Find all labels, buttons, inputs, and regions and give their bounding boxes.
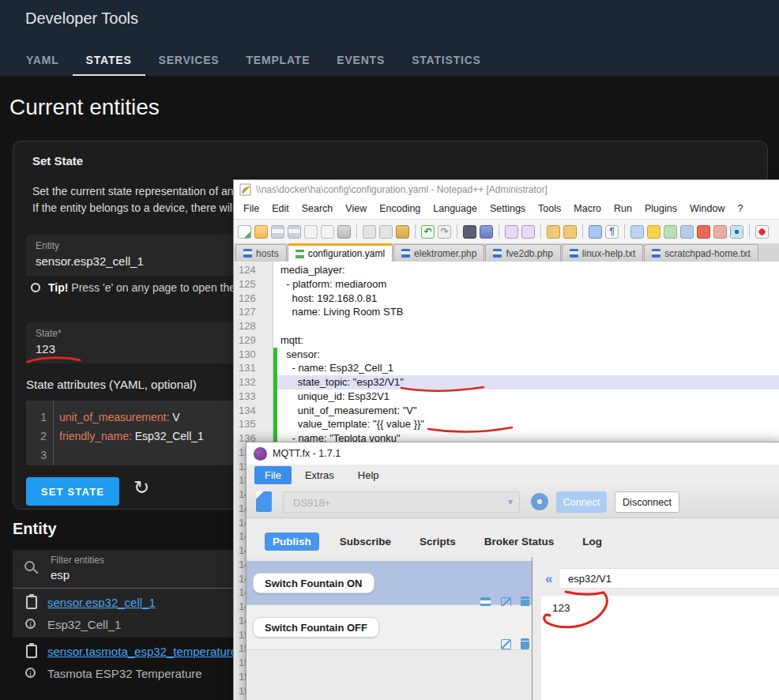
- publish-presets-panel: Switch Fountain ON Switch Fountain OFF: [246, 557, 533, 700]
- mqttfx-tab-broker-status[interactable]: Broker Status: [476, 533, 563, 551]
- line-text: media_player:: [277, 263, 345, 277]
- mqttfx-tab-log[interactable]: Log: [574, 533, 610, 551]
- trash-icon[interactable]: [521, 638, 529, 649]
- close-icon[interactable]: [304, 225, 318, 239]
- editor-line: 126 host: 192.168.0.81: [234, 292, 779, 306]
- menu-macro[interactable]: Macro: [567, 199, 608, 219]
- open-file-icon[interactable]: [254, 225, 268, 239]
- edit-marker-icon[interactable]: [697, 225, 710, 239]
- copy-entity-id-icon[interactable]: [26, 596, 37, 609]
- mqttfx-tab-publish[interactable]: Publish: [265, 533, 319, 551]
- publish-preset-row[interactable]: Switch Fountain ON: [246, 561, 532, 605]
- info-icon[interactable]: [25, 668, 36, 678]
- payload-textarea[interactable]: 123: [541, 596, 779, 700]
- mqttfx-tab-subscribe[interactable]: Subscribe: [332, 533, 399, 551]
- mqttfx-menu-help[interactable]: Help: [348, 466, 390, 484]
- new-profile-icon[interactable]: [256, 491, 272, 512]
- file-tab-fve2db.php[interactable]: fve2db.php: [485, 244, 560, 262]
- entity-id-link[interactable]: sensor.esp32_cell_1: [47, 596, 156, 609]
- info-icon[interactable]: [25, 619, 36, 629]
- profile-select[interactable]: DS918+ ▾: [283, 491, 520, 513]
- document-list-icon[interactable]: [680, 225, 694, 239]
- sync-horizontal-icon[interactable]: [563, 225, 577, 239]
- yaml-line-number: 2: [26, 427, 53, 446]
- tab-services[interactable]: SERVICES: [145, 44, 233, 76]
- tab-statistics[interactable]: STATISTICS: [398, 44, 495, 76]
- entity-id-link[interactable]: sensor.tasmota_esp32_temperature: [47, 645, 237, 658]
- toolbar-separator: [540, 224, 541, 239]
- mqttfx-menu-extras[interactable]: Extras: [295, 466, 344, 484]
- save-icon[interactable]: [271, 225, 284, 239]
- paste-icon[interactable]: [396, 225, 409, 239]
- toolbar-separator: [582, 224, 583, 239]
- new-file-icon[interactable]: [238, 225, 251, 239]
- zoom-out-icon[interactable]: [521, 225, 535, 239]
- editor-line: 128: [234, 319, 779, 333]
- menu-view[interactable]: View: [339, 199, 373, 219]
- file-tab-linux-help.txt[interactable]: linux-help.txt: [562, 244, 643, 262]
- entity-field-value: sensor.esp32_cell_1: [36, 254, 144, 268]
- notepad-menubar: FileEditSearchViewEncodingLanguageSettin…: [234, 199, 779, 219]
- menu-language[interactable]: Language: [427, 199, 484, 219]
- line-text: unique_id: Esp32V1: [277, 390, 390, 404]
- menu-edit[interactable]: Edit: [265, 199, 295, 219]
- menu-run[interactable]: Run: [608, 199, 638, 219]
- switch-fountain-off-button[interactable]: Switch Fountain OFF: [253, 617, 379, 638]
- show-all-characters-icon[interactable]: ¶: [605, 225, 619, 239]
- mqttfx-tab-scripts[interactable]: Scripts: [412, 533, 464, 551]
- connect-button[interactable]: Connect: [556, 491, 607, 513]
- set-state-button[interactable]: SET STATE: [26, 477, 119, 506]
- menu-search[interactable]: Search: [295, 199, 340, 219]
- preview-icon[interactable]: [730, 225, 743, 239]
- gear-icon[interactable]: [531, 493, 548, 510]
- topic-input[interactable]: esp32/V1: [559, 568, 779, 589]
- document-map-icon[interactable]: [664, 225, 677, 239]
- menu-file[interactable]: File: [237, 199, 265, 219]
- function-list-icon[interactable]: [647, 225, 660, 239]
- mqttfx-titlebar[interactable]: MQTT.fx - 1.7.1: [246, 442, 779, 465]
- refresh-icon[interactable]: ↻: [134, 476, 149, 499]
- sync-vertical-icon[interactable]: [547, 225, 560, 239]
- menu-help[interactable]: ?: [731, 199, 749, 219]
- filter-entities-input[interactable]: Filter entities esp: [13, 550, 234, 589]
- save-all-icon[interactable]: [288, 225, 301, 239]
- record-macro-icon[interactable]: [755, 225, 769, 239]
- toolbar-separator: [415, 224, 416, 239]
- mqttfx-menu-file[interactable]: File: [254, 466, 292, 484]
- mqttfx-window: MQTT.fx - 1.7.1 FileExtrasHelp DS918+ ▾ …: [246, 442, 779, 700]
- replace-icon[interactable]: [480, 225, 493, 239]
- indent-guide-icon[interactable]: [630, 225, 644, 239]
- print-icon[interactable]: [337, 225, 351, 239]
- find-icon[interactable]: [463, 225, 476, 239]
- tab-template[interactable]: TEMPLATE: [232, 44, 323, 76]
- undo-icon[interactable]: ↶: [421, 225, 435, 239]
- cut-icon[interactable]: [363, 225, 376, 239]
- menu-encoding[interactable]: Encoding: [373, 199, 427, 219]
- word-wrap-icon[interactable]: [589, 225, 602, 239]
- zoom-in-icon[interactable]: [505, 225, 518, 239]
- menu-settings[interactable]: Settings: [484, 199, 532, 219]
- file-tab-configuration.yaml[interactable]: configuration.yaml: [288, 243, 393, 262]
- file-tab-elektromer.php[interactable]: elektromer.php: [393, 244, 484, 262]
- file-tab-hosts[interactable]: hosts: [235, 244, 287, 262]
- publish-preset-row[interactable]: Switch Fountain OFF: [246, 606, 532, 650]
- tab-states[interactable]: STATES: [73, 44, 145, 76]
- close-all-icon[interactable]: [321, 225, 334, 239]
- copy-entity-id-icon[interactable]: [26, 645, 37, 658]
- edit-icon[interactable]: [501, 639, 511, 649]
- menu-tools[interactable]: Tools: [532, 199, 567, 219]
- entity-row: sensor.esp32_cell_1 Esp32_Cell_1: [13, 589, 234, 638]
- disconnect-button[interactable]: Disconnect: [615, 491, 679, 513]
- redo-icon[interactable]: ↷: [438, 225, 451, 239]
- switch-fountain-on-button[interactable]: Switch Fountain ON: [253, 573, 374, 593]
- tab-yaml[interactable]: YAML: [13, 44, 73, 76]
- notepad-titlebar[interactable]: \\nas\docker\ha\config\configuration.yam…: [234, 180, 779, 199]
- file-tab-scratchpad-home.txt[interactable]: scratchpad-home.txt: [644, 244, 758, 262]
- menu-plugins[interactable]: Plugins: [638, 199, 683, 219]
- menu-window[interactable]: Window: [683, 199, 731, 219]
- copy-icon[interactable]: [379, 225, 393, 239]
- tab-events[interactable]: EVENTS: [323, 44, 398, 76]
- collapse-chevrons-icon[interactable]: «: [545, 571, 552, 587]
- entity-field-label: Entity: [36, 240, 59, 251]
- folder-as-workspace-icon[interactable]: [713, 225, 727, 239]
